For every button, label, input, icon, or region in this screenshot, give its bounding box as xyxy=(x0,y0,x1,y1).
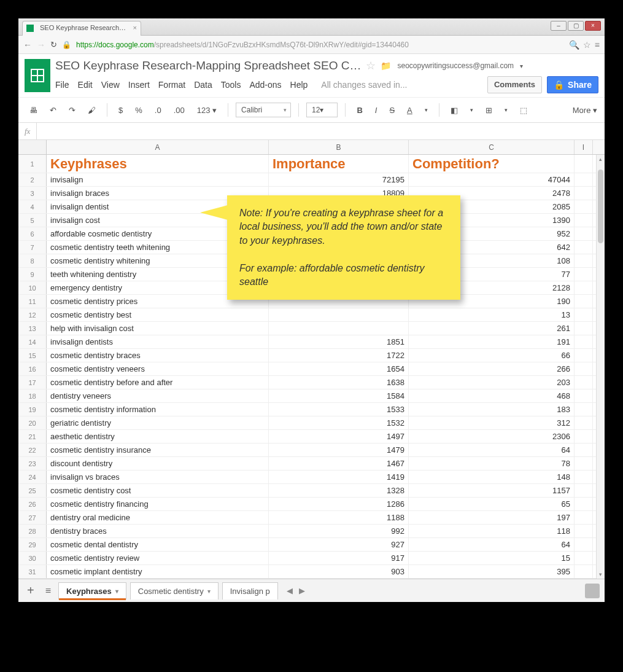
font-size-select[interactable]: 12▾ xyxy=(306,103,338,117)
row-header[interactable]: 10 xyxy=(18,281,47,294)
row-header[interactable]: 25 xyxy=(18,484,47,497)
cell[interactable]: 1584 xyxy=(269,389,409,402)
reload-icon[interactable]: ↻ xyxy=(50,40,57,49)
row-header[interactable]: 24 xyxy=(18,471,47,483)
font-family-select[interactable]: Calibri▾ xyxy=(236,103,291,117)
cell[interactable]: 1497 xyxy=(269,430,409,443)
folder-icon[interactable]: 📁 xyxy=(381,61,391,71)
cell[interactable] xyxy=(575,552,593,565)
cell[interactable]: cosmetic implant dentistry xyxy=(47,565,269,578)
cell[interactable] xyxy=(575,295,593,308)
cell[interactable] xyxy=(575,200,593,213)
explore-button[interactable] xyxy=(585,584,600,598)
text-color-caret[interactable]: ▾ xyxy=(421,104,431,115)
cell[interactable] xyxy=(575,322,593,335)
cell[interactable] xyxy=(575,254,593,267)
cell[interactable]: 1851 xyxy=(269,335,409,348)
cell[interactable] xyxy=(575,376,593,389)
menu-data[interactable]: Data xyxy=(194,80,212,90)
col-header-b[interactable]: B xyxy=(269,140,409,154)
menu-addons[interactable]: Add-ons xyxy=(249,80,281,90)
cell[interactable]: 1328 xyxy=(269,484,409,497)
cell[interactable]: invisalign dentists xyxy=(47,335,269,348)
row-header[interactable]: 26 xyxy=(18,498,47,510)
cell[interactable]: 1638 xyxy=(269,376,409,389)
borders-caret[interactable]: ▾ xyxy=(501,104,511,115)
star-icon[interactable]: ☆ xyxy=(366,59,376,72)
format-currency[interactable]: $ xyxy=(115,103,126,117)
text-color-button[interactable]: A xyxy=(403,103,416,117)
cell[interactable]: 197 xyxy=(409,511,575,524)
cell[interactable] xyxy=(269,308,409,321)
prev-sheet-icon[interactable]: ◀ xyxy=(287,586,293,595)
row-header[interactable]: 4 xyxy=(18,200,47,213)
menu-insert[interactable]: Insert xyxy=(128,80,150,90)
cell[interactable]: 1419 xyxy=(269,471,409,483)
row-header[interactable]: 3 xyxy=(18,187,47,200)
cell[interactable]: 1654 xyxy=(269,362,409,375)
cell[interactable] xyxy=(575,187,593,200)
cell[interactable] xyxy=(575,227,593,240)
sheets-logo[interactable] xyxy=(25,59,50,92)
cell[interactable]: invisalign xyxy=(47,173,269,186)
cell[interactable] xyxy=(575,308,593,321)
cell[interactable]: 1467 xyxy=(269,457,409,470)
cell[interactable]: dentistry braces xyxy=(47,525,269,537)
format-percent[interactable]: % xyxy=(131,103,146,117)
scroll-thumb[interactable] xyxy=(598,170,603,243)
document-title[interactable]: SEO Keyphrase Research-Mapping Spreadshe… xyxy=(55,59,361,72)
cell[interactable] xyxy=(575,389,593,402)
cell[interactable]: 1533 xyxy=(269,403,409,416)
sheet-tab-invisalign[interactable]: Invisalign p xyxy=(222,582,278,600)
cell[interactable] xyxy=(575,484,593,497)
cell[interactable]: 1532 xyxy=(269,416,409,429)
cell[interactable] xyxy=(575,430,593,443)
cell[interactable] xyxy=(269,322,409,335)
back-icon[interactable]: ← xyxy=(23,40,32,50)
col-header-i[interactable]: I xyxy=(575,140,593,154)
cell[interactable] xyxy=(575,471,593,483)
row-header[interactable]: 2 xyxy=(18,173,47,186)
cell[interactable]: invisalign vs braces xyxy=(47,471,269,483)
cell[interactable]: discount dentistry xyxy=(47,457,269,470)
row-header[interactable]: 31 xyxy=(18,565,47,578)
account-caret-icon[interactable]: ▾ xyxy=(520,63,523,69)
cell[interactable] xyxy=(575,362,593,375)
cell[interactable]: 1286 xyxy=(269,498,409,510)
cell[interactable] xyxy=(575,268,593,281)
menu-icon[interactable]: ≡ xyxy=(595,40,600,50)
row-header[interactable]: 28 xyxy=(18,525,47,537)
bookmark-icon[interactable]: ☆ xyxy=(583,40,591,50)
cell[interactable]: 917 xyxy=(269,552,409,565)
comments-button[interactable]: Comments xyxy=(487,76,542,93)
cell[interactable] xyxy=(575,349,593,362)
forward-icon[interactable]: → xyxy=(37,40,45,50)
cell[interactable]: 266 xyxy=(409,362,575,375)
cell[interactable]: 13 xyxy=(409,308,575,321)
close-tab-icon[interactable]: × xyxy=(133,24,137,31)
cell[interactable]: 118 xyxy=(409,525,575,537)
cell[interactable] xyxy=(575,498,593,510)
bold-button[interactable]: B xyxy=(353,103,366,117)
row-header[interactable]: 21 xyxy=(18,430,47,443)
all-sheets-icon[interactable]: ≡ xyxy=(42,585,55,596)
cell[interactable]: 191 xyxy=(409,335,575,348)
cell[interactable] xyxy=(575,173,593,186)
col-header-c[interactable]: C xyxy=(409,140,575,154)
cell[interactable] xyxy=(575,511,593,524)
scroll-up-icon[interactable]: ▴ xyxy=(597,155,605,163)
more-formats[interactable]: 123 ▾ xyxy=(193,103,220,117)
row-header[interactable]: 18 xyxy=(18,389,47,402)
cell[interactable]: cosmetic dentistry before and after xyxy=(47,376,269,389)
row-header[interactable]: 19 xyxy=(18,403,47,416)
cell[interactable]: 203 xyxy=(409,376,575,389)
menu-edit[interactable]: Edit xyxy=(78,80,93,90)
scroll-down-icon[interactable]: ▾ xyxy=(597,570,605,579)
cell[interactable]: 64 xyxy=(409,443,575,456)
cell[interactable]: 261 xyxy=(409,322,575,335)
redo-icon[interactable]: ↷ xyxy=(65,103,79,117)
decrease-decimal[interactable]: .0 xyxy=(151,103,165,117)
maximize-button[interactable]: ▢ xyxy=(568,21,584,31)
cell[interactable]: 395 xyxy=(409,565,575,578)
cell[interactable]: 72195 xyxy=(269,173,409,186)
